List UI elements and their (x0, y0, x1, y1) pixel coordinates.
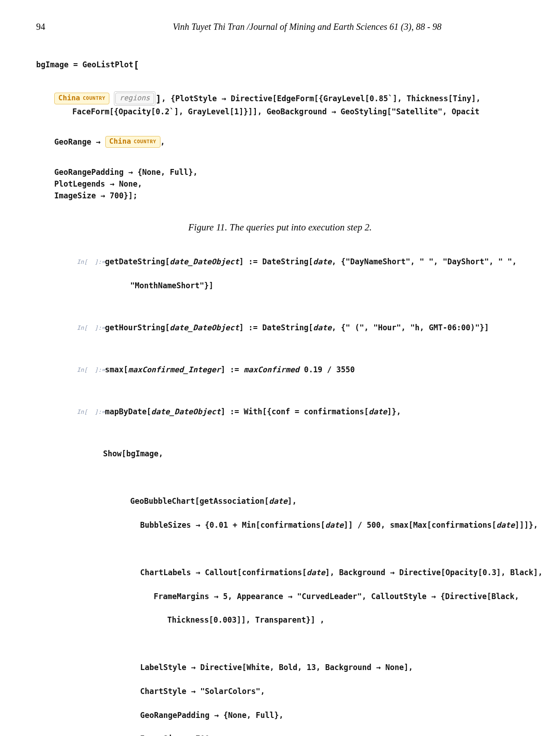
code-italic: date (313, 323, 332, 332)
code-line: "MonthNameShort"}] (77, 280, 524, 291)
code-text: getDateString[ (105, 257, 169, 266)
running-header: 94 Vinh Tuyet Thi Tran /Journal of Minin… (36, 22, 524, 32)
code-text: ], Background → Directive[Opacity[0.3], … (325, 568, 542, 577)
in-label: In[ ]:= (77, 408, 100, 417)
code-text: 0.19 / 3550 (299, 365, 355, 374)
code-line: GeoRangePadding → {None, Full}, (36, 168, 198, 177)
code-text: , {"DayNameShort", " ", "DayShort", " ", (332, 257, 517, 266)
entity-china: ChinaCOUNTRY (54, 93, 109, 104)
code-line: LabelStyle → Directive[White, Bold, 13, … (77, 661, 524, 673)
big-bracket-open: [ (133, 59, 139, 70)
entity-regions: regions (115, 93, 154, 104)
code-italic: maxConfirmed_Integer (128, 365, 221, 374)
entity-name: China (109, 136, 131, 147)
code-line: GeoBubbleChart[getAssociation[date], (77, 495, 524, 507)
journal-title: Vinh Tuyet Thi Tran /Journal of Mining a… (90, 22, 524, 32)
code-text: ]}, (387, 407, 401, 416)
code-text: mapByDate[ (105, 407, 151, 416)
code-line: FaceForm[{Opacity[0.2`], GrayLevel[1]}]]… (36, 107, 480, 116)
code-text: ] := DateString[ (239, 257, 313, 266)
code-block-1: bgImage = GeoListPlot[ ChinaCOUNTRY regi… (36, 45, 524, 214)
code-italic: date_DateObject (170, 257, 240, 266)
code-line: BubbleSizes → {0.01 + Min[confirmations[… (77, 519, 524, 531)
code-text: ChartLabels → Callout[confirmations[ (140, 568, 306, 577)
code-text: ]]]}, (515, 520, 538, 530)
code-italic: date_DateObject (170, 323, 240, 332)
entity-type: COUNTRY (134, 138, 156, 145)
code-text: ], (287, 497, 296, 506)
code-italic: date (269, 497, 287, 506)
figure-11-caption: Figure 11. The queries put into executio… (36, 222, 524, 233)
code-text: , {" (", "Hour", "h, GMT-06:00)"}] (332, 323, 489, 332)
entity-name: regions (119, 93, 150, 104)
code-text: getHourString[ (105, 323, 169, 332)
code-line: GeoRangePadding → {None, Full}, (77, 709, 524, 721)
code-line: PlotLegends → None, (36, 179, 142, 188)
in-label: In[ ]:= (77, 323, 100, 333)
code-line: FrameMargins → 5, Appearance → "CurvedLe… (77, 591, 524, 602)
code-text: ] := (221, 365, 244, 374)
code-text: , (160, 137, 165, 146)
code-italic: date (325, 520, 344, 530)
code-line: Thickness[0.003]], Transparent}] , (77, 614, 524, 626)
code-line: In[ ]:= getDateString[date_DateObject] :… (77, 256, 524, 267)
big-bracket-close: ] (155, 93, 161, 104)
code-italic: date_DateObject (151, 407, 221, 416)
entity-name: China (58, 93, 80, 104)
code-line: In[ ]:= mapByDate[date_DateObject] := Wi… (77, 406, 524, 417)
in-label: In[ ]:= (77, 366, 100, 375)
code-text: ] := With[{conf = confirmations[ (221, 407, 369, 416)
page-number: 94 (36, 22, 90, 32)
code-italic: date (313, 257, 332, 266)
entity-china: ChinaCOUNTRY (105, 136, 160, 148)
code-italic: date (306, 568, 325, 577)
code-block-2: In[ ]:= getDateString[date_DateObject] :… (77, 244, 524, 736)
in-label: In[ ]:= (77, 258, 100, 267)
code-line: In[ ]:= smax[maxConfirmed_Integer] := ma… (77, 364, 524, 375)
code-text: smax[ (105, 365, 128, 374)
code-line: In[ ]:= getHourString[date_DateObject] :… (77, 322, 524, 333)
code-text: , {PlotStyle → Directive[EdgeForm[{GrayL… (161, 94, 480, 103)
code-line: bgImage = GeoListPlot (36, 60, 133, 69)
code-italic: date (496, 520, 515, 530)
code-line: ChinaCOUNTRY regions], {PlotStyle → Dire… (36, 94, 480, 103)
code-text: GeoBubbleChart[getAssociation[ (130, 497, 269, 506)
code-line: ImageSize → 700, (77, 733, 524, 736)
entity-type: COUNTRY (83, 94, 105, 102)
code-line: GeoRange → ChinaCOUNTRY, (36, 137, 165, 146)
entity-regions-wrapper: regions (114, 91, 155, 106)
code-text: BubbleSizes → {0.01 + Min[confirmations[ (140, 520, 325, 530)
code-italic: maxConfirmed (244, 365, 299, 374)
code-text: ] := DateString[ (239, 323, 313, 332)
code-line: ChartLabels → Callout[confirmations[date… (77, 567, 524, 578)
code-italic: date (369, 407, 387, 416)
page-container: 94 Vinh Tuyet Thi Tran /Journal of Minin… (0, 0, 560, 736)
code-line: ImageSize → 700}]; (36, 191, 137, 200)
code-line: ChartStyle → "SolarColors", (77, 685, 524, 697)
code-line: Show[bgImage, (77, 448, 524, 459)
code-text: GeoRange → (54, 137, 105, 146)
code-text: ]] / 500, smax[Max[confirmations[ (344, 520, 496, 530)
